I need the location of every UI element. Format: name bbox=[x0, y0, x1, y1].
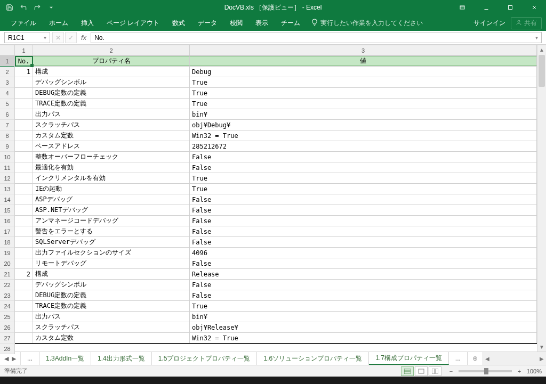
cell-property[interactable]: TRACE定数の定義 bbox=[33, 301, 190, 311]
cell-value[interactable]: 285212672 bbox=[190, 141, 537, 151]
chevron-down-icon[interactable]: ▾ bbox=[44, 35, 46, 40]
cell-property[interactable]: ASP.NETデバッグ bbox=[33, 205, 190, 215]
cell-property[interactable]: スクラッチパス bbox=[33, 120, 190, 130]
cell-value[interactable]: True bbox=[190, 184, 537, 194]
cell-value[interactable]: Win32 = True bbox=[190, 333, 537, 343]
cell-value[interactable]: obj¥Release¥ bbox=[190, 322, 537, 332]
cell-property[interactable]: カスタム定数 bbox=[33, 333, 190, 343]
cell-value[interactable]: False bbox=[190, 152, 537, 162]
row-header[interactable]: 24 bbox=[0, 301, 14, 312]
cell-value[interactable]: False bbox=[190, 258, 537, 268]
row-header[interactable]: 22 bbox=[0, 280, 14, 290]
cell-value[interactable]: False bbox=[190, 280, 537, 290]
cell-value[interactable]: False bbox=[190, 194, 537, 205]
header-cell-property[interactable]: プロパティ名 bbox=[33, 56, 190, 66]
fx-icon[interactable]: fx bbox=[79, 34, 89, 42]
name-box[interactable]: R1C1 ▾ bbox=[4, 32, 50, 43]
scroll-down-icon[interactable]: ▼ bbox=[537, 342, 546, 352]
row-header[interactable]: 23 bbox=[0, 290, 14, 301]
scroll-thumb[interactable] bbox=[539, 55, 545, 87]
scroll-right-icon[interactable]: ▶ bbox=[537, 352, 546, 365]
ribbon-tab[interactable]: 数式 bbox=[166, 15, 191, 31]
row-header[interactable]: 5 bbox=[0, 99, 14, 109]
cell-value[interactable]: True bbox=[190, 301, 537, 311]
scroll-left-icon[interactable]: ◀ bbox=[483, 352, 492, 365]
cell-property[interactable]: 構成 bbox=[33, 67, 190, 77]
cell-no[interactable] bbox=[15, 152, 33, 162]
row-header[interactable]: 26 bbox=[0, 322, 14, 333]
row-header[interactable]: 2 bbox=[0, 67, 14, 77]
cell-no[interactable]: 1 bbox=[15, 67, 33, 77]
cell-property[interactable]: アンマネージコードデバッグ bbox=[33, 216, 190, 226]
cell-no[interactable] bbox=[15, 162, 33, 173]
cell-value[interactable]: False bbox=[190, 237, 537, 247]
share-button[interactable]: 共有 bbox=[511, 17, 542, 29]
select-all-button[interactable] bbox=[0, 45, 15, 56]
cell-no[interactable] bbox=[15, 258, 33, 268]
row-header[interactable]: 12 bbox=[0, 173, 14, 184]
column-header[interactable]: 1 bbox=[15, 45, 33, 55]
cell-value[interactable]: False bbox=[190, 290, 537, 300]
ribbon-tab[interactable]: チーム bbox=[275, 15, 307, 31]
cell-property[interactable]: 出力パス bbox=[33, 109, 190, 119]
zoom-level[interactable]: 100% bbox=[527, 368, 542, 374]
cell-no[interactable] bbox=[15, 333, 33, 343]
ribbon-tab[interactable]: ページ レイアウト bbox=[100, 15, 166, 31]
cell-no[interactable] bbox=[15, 216, 33, 226]
cell-no[interactable] bbox=[15, 88, 33, 98]
cell-property[interactable]: SQLServerデバッグ bbox=[33, 237, 190, 247]
tell-me-search[interactable]: 実行したい作業を入力してください bbox=[311, 19, 423, 28]
header-cell-value[interactable]: 値 bbox=[190, 56, 537, 66]
row-header[interactable]: 9 bbox=[0, 141, 14, 152]
zoom-out-button[interactable]: − bbox=[447, 368, 455, 374]
undo-icon[interactable] bbox=[17, 1, 30, 14]
row-header[interactable]: 1 bbox=[0, 56, 14, 67]
zoom-in-button[interactable]: + bbox=[515, 368, 524, 374]
cell-property[interactable]: リモートデバッグ bbox=[33, 258, 190, 268]
cell-no[interactable] bbox=[15, 77, 33, 87]
cell-value[interactable]: bin¥ bbox=[190, 312, 537, 322]
maximize-icon[interactable] bbox=[498, 0, 522, 15]
cell-property[interactable]: DEBUG定数の定義 bbox=[33, 290, 190, 300]
cell-no[interactable] bbox=[15, 248, 33, 258]
save-icon[interactable] bbox=[3, 1, 16, 14]
cell-property[interactable]: ASPデバッグ bbox=[33, 194, 190, 205]
cell-value[interactable]: True bbox=[190, 99, 537, 109]
close-icon[interactable] bbox=[522, 0, 546, 15]
tab-nav-prev-icon[interactable]: ◀ bbox=[4, 355, 9, 362]
minimize-icon[interactable] bbox=[474, 0, 498, 15]
cell-property[interactable]: DEBUG定数の定義 bbox=[33, 88, 190, 98]
cell-no[interactable] bbox=[15, 173, 33, 183]
cell-no[interactable] bbox=[15, 120, 33, 130]
header-cell-no[interactable]: No. bbox=[15, 56, 33, 66]
cell-value[interactable]: True bbox=[190, 77, 537, 87]
row-header[interactable]: 21 bbox=[0, 269, 14, 280]
row-header[interactable]: 15 bbox=[0, 205, 14, 216]
cell-no[interactable] bbox=[15, 312, 33, 322]
cell-no[interactable] bbox=[15, 194, 33, 205]
cell-value[interactable]: bin¥ bbox=[190, 109, 537, 119]
cell-property[interactable]: TRACE定数の定義 bbox=[33, 99, 190, 109]
cell-value[interactable]: Release bbox=[190, 269, 537, 279]
cell-value[interactable]: True bbox=[190, 173, 537, 183]
row-header[interactable]: 27 bbox=[0, 333, 14, 344]
column-header[interactable]: 2 bbox=[33, 45, 190, 55]
cell-property[interactable]: ベースアドレス bbox=[33, 141, 190, 151]
ribbon-tab[interactable]: 表示 bbox=[249, 15, 275, 31]
tab-nav-next-icon[interactable]: ▶ bbox=[12, 355, 16, 362]
cell-property[interactable]: 構成 bbox=[33, 269, 190, 279]
ribbon-tab[interactable]: ファイル bbox=[4, 15, 43, 31]
signin-link[interactable]: サインイン bbox=[473, 19, 505, 28]
ribbon-tab[interactable]: 校閲 bbox=[223, 15, 249, 31]
cell-no[interactable] bbox=[15, 280, 33, 290]
cell-no[interactable] bbox=[15, 184, 33, 194]
cell-property[interactable]: 出力パス bbox=[33, 312, 190, 322]
cell-value[interactable]: Win32 = True bbox=[190, 130, 537, 141]
vertical-scrollbar[interactable]: ▲ ▼ bbox=[537, 45, 546, 352]
cell-no[interactable] bbox=[15, 130, 33, 141]
cell-no[interactable] bbox=[15, 226, 33, 236]
row-header[interactable]: 4 bbox=[0, 88, 14, 99]
cell-value[interactable]: False bbox=[190, 226, 537, 236]
cell-property[interactable]: カスタム定数 bbox=[33, 130, 190, 141]
cell-value[interactable]: True bbox=[190, 88, 537, 98]
